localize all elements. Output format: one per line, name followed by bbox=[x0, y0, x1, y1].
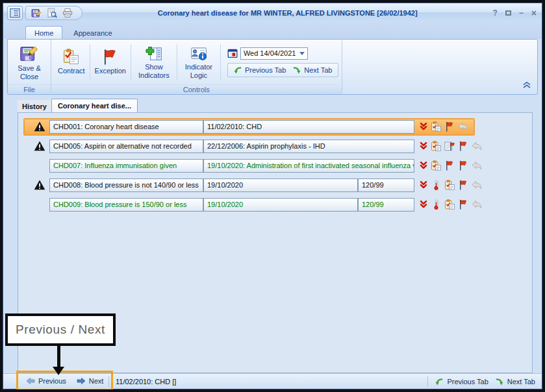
expand-chevron-icon[interactable] bbox=[419, 141, 428, 151]
tab-home[interactable]: Home bbox=[25, 26, 62, 39]
code-clipboard-icon[interactable] bbox=[444, 180, 455, 190]
table-row[interactable]: CHD008: Blood pressure is not 140/90 or … bbox=[30, 177, 532, 193]
previous-record-button[interactable]: Previous bbox=[26, 377, 66, 385]
minimize-button[interactable]: − bbox=[519, 8, 524, 18]
next-record-button[interactable]: Next bbox=[77, 377, 104, 385]
tab-coronary-heart-disease[interactable]: Coronary heart dise... bbox=[51, 99, 138, 112]
ribbon-date-nav: Wed 14/04/2021 Previous Tab Nex bbox=[227, 47, 338, 77]
row-actions bbox=[419, 199, 483, 210]
row-actions bbox=[419, 141, 483, 151]
collapse-chevron-icon bbox=[523, 82, 531, 88]
window-menu-button[interactable] bbox=[7, 6, 23, 20]
date-picker[interactable]: Wed 14/04/2021 bbox=[240, 47, 308, 60]
flag-icon[interactable] bbox=[444, 160, 455, 171]
back-arrow-icon[interactable] bbox=[472, 141, 483, 151]
window-title: Coronary heart disease for MR WINTER, AL… bbox=[82, 9, 492, 17]
save-close-button[interactable]: Save & Close bbox=[11, 42, 47, 82]
code-clipboard-icon[interactable] bbox=[431, 141, 442, 151]
statusbar-tab-nav: Previous Tab Next Tab bbox=[427, 376, 535, 387]
document-tab-strip: History Coronary heart dise... bbox=[3, 95, 542, 112]
back-arrow-icon[interactable] bbox=[472, 160, 483, 171]
file-group-label: File bbox=[8, 84, 51, 94]
exception-flag-icon bbox=[102, 49, 119, 66]
expand-chevron-icon[interactable] bbox=[419, 161, 428, 170]
print-icon[interactable] bbox=[62, 8, 73, 18]
flag-icon[interactable] bbox=[458, 180, 469, 190]
controls-group-label: Controls bbox=[51, 84, 342, 94]
warning-icon bbox=[30, 121, 49, 132]
tab-history[interactable]: History bbox=[18, 100, 51, 112]
statusbar-previous-tab-button[interactable]: Previous Tab bbox=[435, 377, 488, 386]
warning-icon bbox=[30, 141, 49, 151]
indicator-code-cell[interactable]: CHD009: Blood pressure is 150/90 or less bbox=[49, 198, 203, 212]
status-bar: Previous Next 11/02/2010: CHD [] Previou… bbox=[3, 373, 542, 389]
help-button[interactable]: ? bbox=[492, 8, 497, 18]
print-preview-icon[interactable] bbox=[47, 8, 57, 18]
show-indicators-icon bbox=[146, 45, 162, 62]
thermometer-icon[interactable] bbox=[431, 180, 442, 190]
show-indicators-button[interactable]: Show Indicators bbox=[133, 43, 175, 81]
expand-chevron-icon[interactable] bbox=[419, 200, 428, 209]
flag-icon[interactable] bbox=[444, 121, 455, 132]
flag-icon[interactable] bbox=[458, 160, 469, 171]
previous-tab-arrow-icon bbox=[233, 66, 242, 75]
back-arrow-icon[interactable] bbox=[458, 121, 469, 132]
table-row[interactable]: CHD009: Blood pressure is 150/90 or less… bbox=[30, 197, 532, 212]
tab-appearance[interactable]: Appearance bbox=[65, 27, 120, 39]
title-bar: Coronary heart disease for MR WINTER, AL… bbox=[3, 3, 542, 23]
indicator-reading-cell[interactable]: 120/99 bbox=[358, 198, 414, 212]
menu-icon bbox=[10, 8, 20, 18]
expand-chevron-icon[interactable] bbox=[419, 180, 428, 190]
restore-button[interactable] bbox=[505, 10, 511, 16]
flag-panel-icon[interactable] bbox=[444, 141, 455, 151]
back-arrow-icon[interactable] bbox=[472, 180, 483, 190]
flag-icon[interactable] bbox=[458, 199, 469, 210]
code-clipboard-icon[interactable] bbox=[431, 121, 442, 132]
indicator-value-cell[interactable]: 11/02/2010: CHD bbox=[203, 120, 414, 134]
ribbon-previous-tab-button[interactable]: Previous Tab bbox=[231, 65, 288, 75]
code-clipboard-icon[interactable] bbox=[431, 160, 442, 171]
ribbon-group-file: Save & Close File bbox=[8, 40, 51, 94]
divider bbox=[427, 376, 428, 387]
ribbon-collapse-button[interactable] bbox=[523, 79, 531, 91]
contract-icon bbox=[63, 49, 80, 66]
thermometer-icon[interactable] bbox=[431, 199, 442, 210]
indicator-value-cell[interactable]: 19/10/2020 bbox=[203, 198, 358, 212]
indicator-code-cell[interactable]: CHD007: Influenza immunisation given bbox=[49, 159, 203, 173]
divider bbox=[177, 44, 177, 80]
row-actions bbox=[419, 180, 483, 190]
expand-chevron-icon[interactable] bbox=[419, 122, 428, 131]
exception-button[interactable]: Exception bbox=[92, 47, 129, 77]
indicator-reading-cell[interactable]: 120/99 bbox=[358, 178, 414, 192]
contract-button[interactable]: Contract bbox=[55, 47, 88, 77]
flag-icon[interactable] bbox=[458, 141, 469, 151]
table-row[interactable]: CHD007: Influenza immunisation given 19/… bbox=[30, 158, 532, 173]
divider bbox=[220, 44, 221, 80]
previous-tab-arrow-icon bbox=[435, 377, 444, 386]
save-icon[interactable] bbox=[31, 8, 42, 18]
indicator-value-cell[interactable]: 19/10/2020: Administration of first inac… bbox=[203, 159, 414, 173]
indicator-value-cell[interactable]: 19/10/2020 bbox=[203, 178, 358, 192]
table-row[interactable]: CHD001: Coronary heart disease 11/02/201… bbox=[18, 119, 532, 134]
statusbar-next-tab-button[interactable]: Next Tab bbox=[495, 377, 535, 386]
annotation-arrow-head-icon bbox=[53, 367, 64, 375]
ribbon-next-tab-button[interactable]: Next Tab bbox=[290, 65, 334, 75]
status-text: 11/02/2010: CHD [] bbox=[108, 376, 176, 387]
back-arrow-icon[interactable] bbox=[472, 199, 483, 210]
code-clipboard-icon[interactable] bbox=[444, 199, 455, 210]
indicator-value-cell[interactable]: 22/12/2006: Aspirin prophylaxis - IHD bbox=[203, 140, 414, 153]
table-row[interactable]: CHD005: Aspirin or alternative not recor… bbox=[30, 138, 532, 154]
divider bbox=[90, 44, 90, 80]
annotation-arrow-line bbox=[57, 346, 60, 367]
indicator-logic-icon bbox=[190, 45, 207, 62]
annotation-callout: Previous / Next bbox=[5, 313, 116, 346]
ribbon-group-controls: Contract Exception Show Indicators bbox=[51, 40, 342, 94]
save-close-icon bbox=[19, 43, 39, 63]
indicator-logic-button[interactable]: Indicator Logic bbox=[179, 43, 219, 81]
indicator-code-cell[interactable]: CHD008: Blood pressure is not 140/90 or … bbox=[49, 178, 203, 192]
close-button[interactable]: × bbox=[531, 8, 537, 18]
ribbon: Save & Close File Contract Exception bbox=[7, 39, 538, 95]
indicator-code-cell[interactable]: CHD001: Coronary heart disease bbox=[49, 120, 203, 134]
indicator-code-cell[interactable]: CHD005: Aspirin or alternative not recor… bbox=[49, 140, 203, 153]
ribbon-tab-strip: Home Appearance bbox=[3, 23, 542, 39]
